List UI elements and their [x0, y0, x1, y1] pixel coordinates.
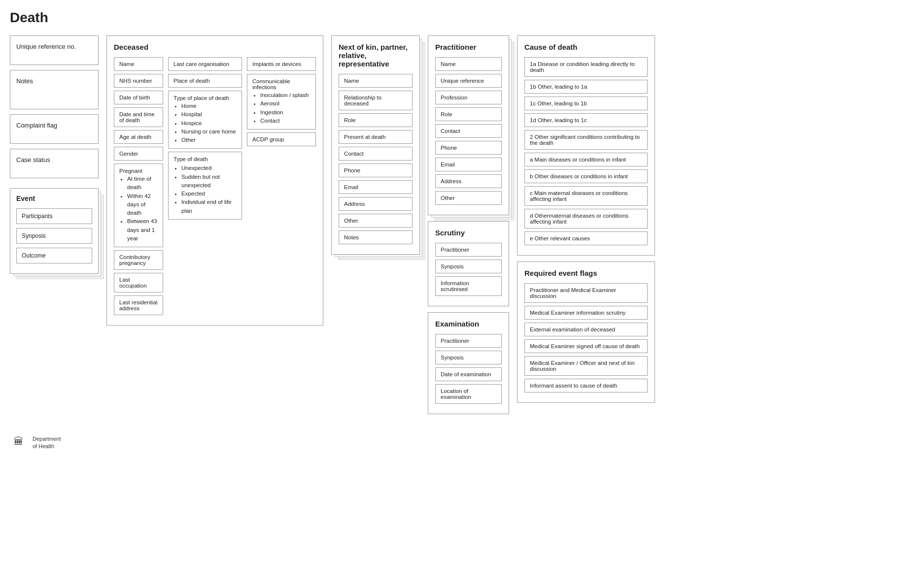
nok-address-field[interactable]: Address: [339, 197, 413, 211]
pregnant-item-2: Between 43 days and 1 year: [127, 217, 158, 243]
deceased-card: Deceased Name NHS number Date of birth D…: [106, 35, 323, 326]
cause-b-field[interactable]: b Other diseases or conditions in infant: [524, 169, 648, 183]
nok-other-field[interactable]: Other: [339, 214, 413, 228]
pregnant-item-0: At time of death: [127, 175, 158, 192]
type-of-death-label: Type of death: [173, 156, 208, 162]
last-care-org-field[interactable]: Last care organisation: [168, 57, 242, 71]
pract-contact-field[interactable]: Contact: [435, 124, 502, 138]
nok-title: Next of kin, partner, relative, represen…: [339, 43, 413, 68]
pract-other-field[interactable]: Other: [435, 191, 502, 205]
notes-box: Notes: [10, 70, 99, 109]
pract-email-field[interactable]: Email: [435, 158, 502, 171]
nok-email-field[interactable]: Email: [339, 180, 413, 194]
cause-d-field[interactable]: d Othermaternal diseases or conditions a…: [524, 209, 648, 229]
communicable-box: Communicable infections Inoculation / sp…: [247, 74, 316, 130]
complaint-flag-box: Complaint flag: [10, 114, 99, 144]
place-home: Home: [181, 102, 237, 110]
pract-name-field[interactable]: Name: [435, 57, 502, 71]
event-synposis[interactable]: Synposis: [16, 228, 92, 244]
exam-synposis-field[interactable]: Synposis: [435, 351, 502, 364]
place-of-death-field: Place of death: [168, 74, 242, 88]
nok-contact-field[interactable]: Contact: [339, 147, 413, 161]
page-title: Death: [10, 10, 887, 26]
cause-1a-field[interactable]: 1a Disease or condition leading directly…: [524, 57, 648, 77]
event-participants[interactable]: Participants: [16, 208, 92, 224]
deceased-gender-field[interactable]: Gender: [114, 147, 163, 161]
pract-profession-field[interactable]: Profession: [435, 91, 502, 104]
deceased-dob-field[interactable]: Date of birth: [114, 91, 163, 104]
deceased-col1: Name NHS number Date of birth Date and t…: [114, 57, 163, 318]
pract-phone-field[interactable]: Phone: [435, 141, 502, 155]
place-hospital: Hospital: [181, 110, 237, 119]
deceased-col3: Implants or devices Communicable infecti…: [247, 57, 316, 318]
pregnant-item-1: Within 42 days of death: [127, 192, 158, 218]
death-expected: Expected: [181, 190, 237, 198]
pract-ref-field[interactable]: Unique reference: [435, 74, 502, 88]
exam-location-field[interactable]: Location of examination: [435, 384, 502, 404]
nok-phone-field[interactable]: Phone: [339, 163, 413, 177]
cause-col-group: Cause of death 1a Disease or condition l…: [517, 35, 655, 403]
flag-5[interactable]: Informant assent to cause of death: [524, 379, 648, 392]
place-hospice: Hospice: [181, 119, 237, 128]
left-sidebar: Unique reference no. Notes Complaint fla…: [10, 35, 99, 274]
notes-label: Notes: [16, 77, 33, 85]
required-event-flags-card: Required event flags Practitioner and Me…: [517, 261, 655, 403]
last-residential-field[interactable]: Last residential address: [114, 295, 163, 315]
scrutiny-info-field[interactable]: Information scrutinised: [435, 276, 502, 296]
doh-logo-icon: 🏛: [10, 434, 28, 452]
pract-address-field[interactable]: Address: [435, 174, 502, 188]
type-of-place-label: Type of place of death: [173, 95, 229, 101]
deceased-title: Deceased: [114, 43, 316, 51]
event-title: Event: [16, 195, 92, 202]
nok-present-field[interactable]: Present at death: [339, 130, 413, 144]
flag-2[interactable]: External examination of deceased: [524, 323, 648, 336]
pract-col-group: Practitioner Name Unique reference Profe…: [428, 35, 509, 414]
death-unexpected: Unexpected: [181, 164, 237, 172]
deceased-col2: Last care organisation Place of death Ty…: [168, 57, 242, 318]
cause-2-field[interactable]: 2 Other significant conditions contribut…: [524, 130, 648, 150]
cause-1b-field[interactable]: 1b Other, leading to 1a: [524, 80, 648, 94]
event-box: Event Participants Synposis Outcome: [10, 188, 99, 274]
doh-line2: of Health: [33, 443, 61, 450]
pregnant-label: Pregnant: [119, 168, 142, 174]
doh-line1: Department: [33, 435, 61, 443]
event-outcome[interactable]: Outcome: [16, 248, 92, 263]
death-sudden: Sudden but not unexpected: [181, 173, 237, 190]
scrutiny-practitioner-field[interactable]: Practitioner: [435, 243, 502, 257]
acdp-group-field[interactable]: ACDP group: [247, 132, 316, 146]
contributory-pregnancy-field[interactable]: Contributory pregnancy: [114, 250, 163, 270]
unique-ref-label: Unique reference no.: [16, 43, 76, 50]
cause-c-field[interactable]: c Main maternal diseases or conditions a…: [524, 186, 648, 206]
nok-notes-field[interactable]: Notes: [339, 230, 413, 244]
cause-title: Cause of death: [524, 43, 648, 51]
type-of-place-box: Type of place of death Home Hospital Hos…: [168, 91, 242, 149]
exam-date-field[interactable]: Date of examination: [435, 367, 502, 381]
nok-role-field[interactable]: Role: [339, 113, 413, 127]
svg-text:🏛: 🏛: [14, 436, 24, 447]
cause-e-field[interactable]: e Other relevant causes: [524, 231, 648, 245]
flag-0[interactable]: Practitioner and Medical Examiner discus…: [524, 283, 648, 303]
cause-1d-field[interactable]: 1d Other, leading to 1c: [524, 113, 648, 127]
deceased-name-field[interactable]: Name: [114, 57, 163, 71]
implants-field[interactable]: Implants or devices: [247, 57, 316, 71]
flags-title: Required event flags: [524, 269, 648, 277]
exam-practitioner-field[interactable]: Practitioner: [435, 334, 502, 348]
footer: 🏛 Department of Health: [10, 434, 887, 452]
flag-1[interactable]: Medical Examiner information scrutiny: [524, 306, 648, 320]
deceased-nhs-field[interactable]: NHS number: [114, 74, 163, 88]
last-occupation-field[interactable]: Last occupation: [114, 273, 163, 293]
cause-a-field[interactable]: a Main diseases or conditions in infant: [524, 153, 648, 166]
unique-ref-box: Unique reference no.: [10, 35, 99, 65]
cause-1c-field[interactable]: 1c Other, leading to 1b: [524, 97, 648, 110]
pract-role-field[interactable]: Role: [435, 107, 502, 121]
type-of-death-box: Type of death Unexpected Sudden but not …: [168, 152, 242, 220]
comm-contact: Contact: [260, 117, 310, 125]
flag-3[interactable]: Medical Examiner signed off cause of dea…: [524, 339, 648, 353]
nok-card: Next of kin, partner, relative, represen…: [331, 35, 420, 255]
deceased-age-field[interactable]: Age at death: [114, 130, 163, 144]
nok-relationship-field[interactable]: Relationship to deceased: [339, 91, 413, 110]
scrutiny-synposis-field[interactable]: Synposis: [435, 260, 502, 273]
nok-name-field[interactable]: Name: [339, 74, 413, 88]
deceased-dod-field[interactable]: Date and time of death: [114, 107, 163, 127]
flag-4[interactable]: Medical Examiner / Officer and next of k…: [524, 356, 648, 376]
